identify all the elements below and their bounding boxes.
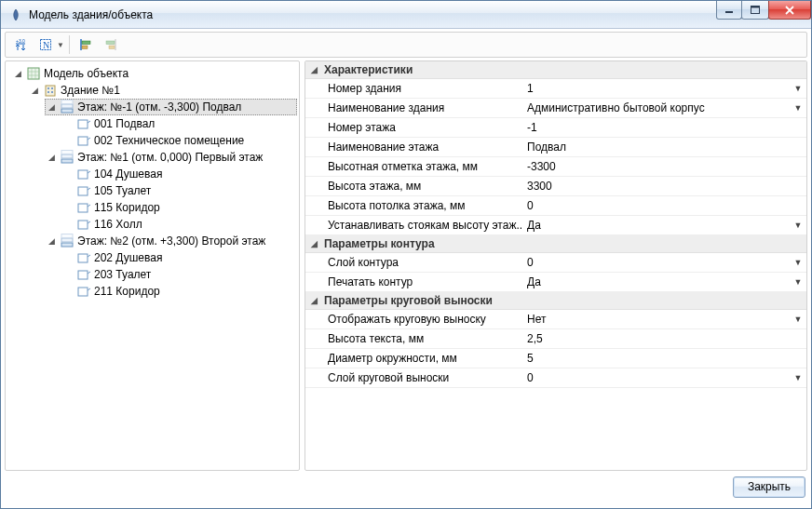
expander-icon[interactable]: ◢ [47, 153, 57, 163]
svg-rect-11 [46, 86, 55, 96]
property-value[interactable]: 0▼ [521, 253, 806, 272]
close-button[interactable]: Закрыть [733, 476, 805, 498]
group-header-characteristics[interactable]: ◢Характеристики [305, 61, 806, 79]
chevron-down-icon[interactable]: ▼ [793, 373, 803, 382]
expander-icon[interactable]: ◢ [47, 102, 57, 113]
group-header-contour[interactable]: ◢Параметры контура [305, 235, 806, 253]
property-value-text: 3300 [527, 180, 552, 193]
room-icon [76, 183, 91, 198]
number-tool-dropdown[interactable]: ▼ [57, 41, 64, 49]
tree-node-building[interactable]: ◢ Здание №1 [28, 82, 297, 99]
svg-rect-6 [82, 41, 90, 45]
property-row[interactable]: Устанавливать стоякам высоту этаж...Да▼ [305, 216, 806, 235]
toolbar-separator [69, 35, 70, 54]
tree-node-room[interactable]: ▸104 Душевая [61, 166, 297, 182]
chevron-down-icon[interactable]: ▼ [793, 258, 803, 267]
svg-rect-21 [61, 159, 73, 163]
property-row[interactable]: Слой круговой выноски0▼ [305, 368, 806, 388]
property-row[interactable]: Высота этажа, мм3300 [305, 177, 806, 196]
expander-icon[interactable]: ◢ [13, 69, 23, 79]
floor-icon [60, 150, 74, 165]
property-value[interactable]: Нет▼ [521, 310, 806, 328]
property-row[interactable]: Отображать круговую выноскуНет▼ [305, 310, 806, 329]
svg-text:N: N [43, 40, 49, 50]
elevation-tool-button[interactable]: +3.0 [9, 34, 32, 55]
property-value[interactable]: 5 [521, 349, 806, 368]
tree-node-room[interactable]: ▸ 002 Техническое помещение [61, 132, 297, 149]
property-row[interactable]: Номер здания1▼ [305, 79, 806, 99]
tree-node-room[interactable]: ▸ 001 Подвал [61, 115, 297, 132]
tree-label: 203 Туалет [94, 268, 151, 281]
chevron-down-icon[interactable]: ▼ [793, 84, 803, 93]
expander-icon[interactable]: ◢ [47, 236, 57, 247]
property-value[interactable]: 0 [521, 196, 806, 215]
chevron-down-icon[interactable]: ▼ [793, 103, 803, 113]
room-icon [76, 284, 91, 299]
close-window-button[interactable] [768, 1, 811, 20]
tree-pane[interactable]: ◢ Модель объекта ◢ [5, 60, 300, 471]
chevron-down-icon[interactable]: ▼ [793, 221, 803, 230]
property-value[interactable]: -3300 [521, 157, 806, 176]
property-value[interactable]: Да▼ [521, 273, 806, 291]
expander-icon[interactable]: ◢ [311, 296, 320, 305]
property-row[interactable]: Наименование этажаПодвал [305, 138, 806, 157]
tree-node-room[interactable]: ▸116 Холл [61, 216, 297, 233]
property-row[interactable]: Высотная отметка этажа, мм-3300 [305, 157, 806, 177]
expander-icon[interactable]: ◢ [311, 239, 320, 248]
tree-label: 211 Коридор [94, 285, 160, 298]
property-row[interactable]: Высота текста, мм2,5 [305, 329, 806, 349]
tree-node-floor-1[interactable]: ◢ Этаж: №1 (отм. 0,000) Первый этаж [45, 149, 297, 166]
room-icon [76, 250, 91, 265]
group-header-callout[interactable]: ◢Параметры круговой выноски [305, 292, 806, 310]
property-value-text: Подвал [527, 141, 566, 154]
chevron-down-icon[interactable]: ▼ [793, 315, 803, 324]
svg-rect-7 [82, 46, 88, 49]
chevron-down-icon[interactable]: ▼ [793, 277, 803, 287]
property-name: Высота потолка этажа, мм [305, 196, 521, 215]
property-row[interactable]: Диаметр окружности, мм5 [305, 349, 806, 368]
property-value[interactable]: 3300 [521, 177, 806, 195]
number-tool-button[interactable]: N [34, 34, 57, 55]
client-area: +3.0 N ▼ [1, 29, 811, 508]
property-name: Отображать круговую выноску [305, 310, 521, 328]
property-value[interactable]: 2,5 [521, 329, 806, 348]
svg-rect-13 [51, 87, 53, 89]
tree-node-room[interactable]: ▸203 Туалет [61, 266, 297, 283]
property-row[interactable]: Печатать контурДа▼ [305, 273, 806, 292]
align-right-tool-button[interactable] [100, 34, 122, 55]
expander-icon[interactable]: ◢ [311, 65, 320, 74]
property-row[interactable]: Слой контура0▼ [305, 253, 806, 273]
property-name: Слой контура [305, 253, 521, 272]
maximize-button[interactable] [741, 1, 769, 20]
tree-label: 202 Душевая [94, 251, 162, 264]
property-pane[interactable]: ◢ХарактеристикиНомер здания1▼Наименовани… [304, 60, 807, 471]
property-name: Высота этажа, мм [305, 177, 521, 195]
property-row[interactable]: Наименование зданияАдминистративно бытов… [305, 99, 806, 118]
tree-label: Этаж: №-1 (отм. -3,300) Подвал [77, 100, 241, 114]
property-row[interactable]: Номер этажа-1 [305, 118, 806, 138]
property-row[interactable]: Высота потолка этажа, мм0 [305, 196, 806, 216]
property-name: Высотная отметка этажа, мм [305, 157, 521, 176]
tree-node-room[interactable]: ▸202 Душевая [61, 249, 297, 266]
building-icon [43, 83, 58, 98]
tree-node-floor-m1[interactable]: ◢ Этаж: №-1 (отм. -3,300) Подвал [45, 99, 297, 115]
tree-node-room[interactable]: ▸211 Коридор [61, 283, 297, 300]
svg-rect-33 [78, 288, 88, 296]
property-value[interactable]: -1 [521, 118, 806, 137]
property-value[interactable]: 1▼ [521, 79, 806, 98]
property-value[interactable]: Подвал [521, 138, 806, 156]
tree-node-room[interactable]: ▸115 Коридор [61, 199, 297, 216]
tree-node-root[interactable]: ◢ Модель объекта [11, 65, 297, 82]
minimize-button[interactable] [716, 1, 742, 20]
tree-node-room[interactable]: ▸105 Туалет [61, 182, 297, 199]
titlebar[interactable]: Модель здания/объекта [1, 1, 811, 29]
property-value[interactable]: Да▼ [521, 216, 806, 234]
property-value-text: Нет [527, 313, 546, 326]
svg-rect-10 [28, 68, 39, 79]
svg-rect-31 [78, 254, 88, 262]
expander-icon[interactable]: ◢ [30, 86, 40, 96]
property-value[interactable]: 0▼ [521, 368, 806, 387]
align-left-tool-button[interactable] [74, 34, 97, 55]
property-value[interactable]: Административно бытовой корпус▼ [521, 99, 806, 117]
tree-node-floor-2[interactable]: ◢ Этаж: №2 (отм. +3,300) Второй этаж [45, 233, 297, 249]
